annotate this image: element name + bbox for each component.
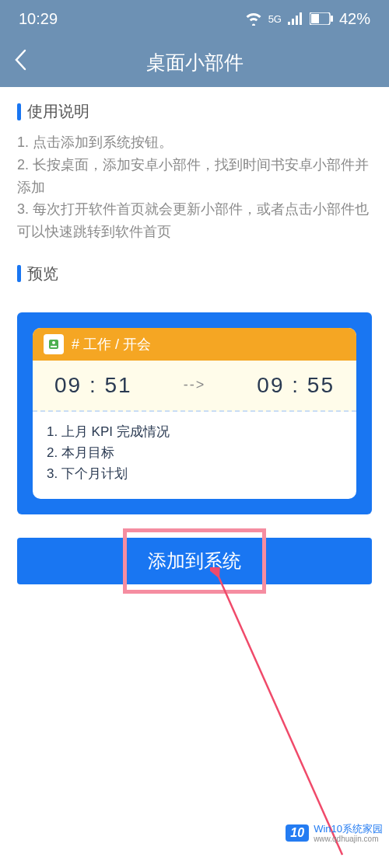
page-title: 桌面小部件 [146, 50, 244, 75]
preview-card: # 工作 / 开会 09 : 51 --> 09 : 55 1. 上月 KPI … [17, 312, 372, 514]
usage-line: 1. 点击添加到系统按钮。 [17, 131, 372, 154]
svg-rect-1 [292, 19, 294, 25]
widget-item: 2. 本月目标 [47, 442, 342, 463]
widget-item: 1. 上月 KPI 完成情况 [47, 421, 342, 442]
status-time: 10:29 [19, 10, 58, 28]
widget-time-row: 09 : 51 --> 09 : 55 [33, 361, 356, 412]
usage-line: 3. 每次打开软件首页就会更新小部件，或者点击小部件也可以快速跳转到软件首页 [17, 198, 372, 243]
preview-title: 预览 [27, 263, 58, 284]
watermark-brand: Win10系统家园 [314, 824, 383, 835]
svg-rect-2 [296, 16, 298, 25]
section-bar [17, 265, 21, 282]
signal-icon [288, 12, 303, 25]
chevron-left-icon [14, 49, 26, 71]
svg-rect-3 [300, 12, 302, 25]
preview-section: 预览 [0, 249, 389, 300]
battery-percent: 42% [339, 10, 370, 28]
status-right: 5G 42% [245, 10, 370, 28]
arrow-icon: --> [184, 377, 206, 393]
annotation-arrow [210, 567, 366, 863]
svg-point-8 [52, 341, 55, 344]
network-label: 5G [268, 13, 282, 25]
svg-rect-5 [311, 14, 319, 23]
title-bar: 桌面小部件 [0, 37, 389, 87]
wifi-icon [245, 12, 262, 26]
widget-tag: # 工作 / 开会 [72, 335, 151, 354]
usage-line: 2. 长按桌面，添加安卓小部件，找到时间书安卓小部件并添加 [17, 154, 372, 199]
svg-rect-9 [51, 346, 57, 347]
widget-header: # 工作 / 开会 [33, 328, 356, 361]
back-button[interactable] [14, 48, 26, 77]
svg-rect-6 [331, 16, 333, 22]
widget-start-time: 09 : 51 [54, 373, 132, 398]
watermark-url: www.qdhuajin.com [314, 835, 383, 843]
section-bar [17, 103, 21, 120]
widget-item: 3. 下个月计划 [47, 463, 342, 484]
watermark-badge: 10 [286, 824, 309, 842]
widget-icon [44, 334, 64, 354]
widget-preview: # 工作 / 开会 09 : 51 --> 09 : 55 1. 上月 KPI … [33, 328, 356, 499]
battery-icon [310, 12, 333, 25]
svg-line-10 [218, 575, 342, 855]
widget-end-time: 09 : 55 [257, 373, 335, 398]
status-bar: 10:29 5G 42% [0, 0, 389, 37]
usage-instructions: 1. 点击添加到系统按钮。 2. 长按桌面，添加安卓小部件，找到时间书安卓小部件… [17, 131, 372, 243]
usage-title: 使用说明 [27, 101, 89, 122]
usage-section: 使用说明 1. 点击添加到系统按钮。 2. 长按桌面，添加安卓小部件，找到时间书… [0, 87, 389, 249]
watermark: 10 Win10系统家园 www.qdhuajin.com [286, 824, 383, 843]
svg-rect-0 [288, 22, 290, 25]
widget-item-list: 1. 上月 KPI 完成情况 2. 本月目标 3. 下个月计划 [33, 412, 356, 499]
add-to-system-button[interactable]: 添加到系统 [17, 538, 372, 584]
add-button-label: 添加到系统 [148, 549, 241, 573]
